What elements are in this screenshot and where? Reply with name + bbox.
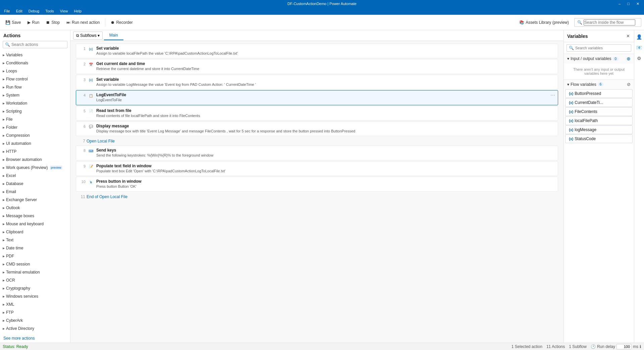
add-variable-icon[interactable]: ⊕: [627, 56, 631, 61]
menu-tools[interactable]: Tools: [43, 8, 57, 14]
action-group-ocr[interactable]: ▶OCR: [0, 276, 70, 284]
maximize-button[interactable]: □: [625, 2, 632, 6]
action-group-cyberark[interactable]: ▶CyberArk: [0, 316, 70, 325]
action-group-scripting[interactable]: ▶Scripting: [0, 107, 70, 115]
flow-step-9[interactable]: 9 📝 Populate text field in window Popula…: [76, 161, 558, 176]
close-button[interactable]: ✕: [634, 2, 641, 6]
action-group-run-flow[interactable]: ▶Run flow: [0, 83, 70, 91]
actions-search-input[interactable]: [11, 42, 65, 47]
side-icon-3[interactable]: ⚙: [636, 54, 643, 62]
flow-step-5[interactable]: 5 📄 Read text from file Read contents of…: [76, 106, 558, 121]
chevron-right-icon: ▶: [3, 271, 5, 274]
action-group-exchange-server[interactable]: ▶Exchange Server: [0, 196, 70, 204]
assets-library-button[interactable]: 📚 Assets Library (preview): [517, 19, 572, 26]
action-group-database[interactable]: ▶Database: [0, 180, 70, 188]
flow-step-3[interactable]: 3 (x) Set variable Assign to variable Lo…: [76, 75, 558, 90]
side-icon-2[interactable]: 📧: [635, 44, 643, 52]
filter-icon[interactable]: ⊘: [627, 82, 631, 87]
action-group-terminal-emulation[interactable]: ▶Terminal emulation: [0, 268, 70, 276]
save-icon: 💾: [5, 20, 10, 25]
menu-edit[interactable]: Edit: [13, 8, 25, 14]
step-type-icon: (x): [88, 46, 94, 52]
action-group-message-boxes[interactable]: ▶Message boxes: [0, 212, 70, 220]
side-icon-1[interactable]: 👤: [635, 33, 643, 41]
flow-search-input[interactable]: [584, 19, 635, 25]
subflows-button[interactable]: ⧉ Subflows ▾: [73, 32, 103, 40]
action-group-conditionals[interactable]: ▶Conditionals: [0, 59, 70, 67]
action-group-date-time[interactable]: ▶Date time: [0, 244, 70, 252]
save-button[interactable]: 💾 Save: [3, 19, 23, 26]
flow-variable-item[interactable]: {x}localFilePath: [565, 116, 633, 125]
action-group-xml[interactable]: ▶XML: [0, 300, 70, 308]
action-group-cmd-session[interactable]: ▶CMD session: [0, 260, 70, 268]
delay-value-input[interactable]: [616, 344, 632, 349]
action-group-variables[interactable]: ▶Variables: [0, 51, 70, 59]
menu-help[interactable]: Help: [71, 8, 84, 14]
step-description: Assign to variable LogMessage the value …: [96, 82, 555, 87]
step-title: Press button in window: [96, 179, 555, 184]
action-group-email[interactable]: ▶Email: [0, 188, 70, 196]
minimize-button[interactable]: –: [616, 2, 623, 6]
flow-variable-item[interactable]: {x}ButtonPressed: [565, 89, 633, 98]
menu-debug[interactable]: Debug: [26, 8, 42, 14]
step-content: Send keys Send the following keystrokes:…: [96, 148, 555, 158]
variables-search-input[interactable]: [575, 46, 629, 50]
step-description: Send the following keystrokes: %{Win}%{R…: [96, 153, 555, 158]
next-label: Run next action: [72, 20, 100, 25]
action-group-windows-services[interactable]: ▶Windows services: [0, 292, 70, 300]
flow-variable-item[interactable]: {x}CurrentDateTi...: [565, 98, 633, 107]
action-group-flow-control[interactable]: ▶Flow control: [0, 75, 70, 83]
action-group-outlook[interactable]: ▶Outlook: [0, 204, 70, 212]
group-label: Active Directory: [6, 326, 34, 331]
action-group-pdf[interactable]: ▶PDF: [0, 252, 70, 260]
recorder-button[interactable]: ⏺ Recorder: [108, 19, 135, 26]
flow-step-4[interactable]: 4 📋 LogEventToFile LogEventToFile ⋯: [76, 90, 558, 105]
group-label: OCR: [6, 278, 15, 283]
close-variables-button[interactable]: ✕: [626, 33, 631, 39]
group-label: Variables: [6, 53, 22, 57]
action-group-ftp[interactable]: ▶FTP: [0, 308, 70, 316]
action-group-loops[interactable]: ▶Loops: [0, 67, 70, 75]
action-group-text[interactable]: ▶Text: [0, 236, 70, 244]
flow-step-1[interactable]: 1 (x) Set variable Assign to variable lo…: [76, 44, 558, 58]
action-group-mouse-and-keyboard[interactable]: ▶Mouse and keyboard: [0, 220, 70, 228]
step-more-options[interactable]: ⋯: [550, 93, 555, 98]
flow-variable-item[interactable]: {x}logMessage: [565, 125, 633, 134]
flow-variable-item[interactable]: {x}StatusCode: [565, 134, 633, 143]
variables-search-container[interactable]: 🔍: [567, 44, 631, 52]
action-group-system[interactable]: ▶System: [0, 91, 70, 99]
action-group-file[interactable]: ▶File: [0, 115, 70, 123]
step-title: Populate text field in window: [96, 164, 555, 168]
see-more-actions[interactable]: See more actions: [0, 334, 70, 343]
flow-step-2[interactable]: 2 📅 Get current date and time Retrieve t…: [76, 59, 558, 74]
flow-variables-section-header[interactable]: ▾ Flow variables 6 ⊘: [564, 80, 634, 89]
action-group-clipboard[interactable]: ▶Clipboard: [0, 228, 70, 236]
action-group-http[interactable]: ▶HTTP: [0, 148, 70, 156]
run-button[interactable]: ▶ Run: [25, 19, 42, 26]
step-type-icon: 📝: [88, 164, 94, 169]
action-group-compression[interactable]: ▶Compression: [0, 131, 70, 139]
flow-step-6[interactable]: 6 💬 Display message Display message box …: [76, 121, 558, 136]
action-group-excel[interactable]: ▶Excel: [0, 172, 70, 180]
stop-button[interactable]: ⏹ Stop: [43, 19, 62, 26]
tab-main[interactable]: Main: [104, 31, 123, 40]
flow-variable-item[interactable]: {x}FileContents: [565, 107, 633, 116]
delay-info-icon[interactable]: ℹ: [640, 344, 641, 349]
flow-search[interactable]: 🔍: [574, 18, 641, 27]
menu-file[interactable]: File: [1, 8, 13, 14]
action-group-ui-automation[interactable]: ▶UI automation: [0, 139, 70, 148]
menu-view[interactable]: View: [57, 8, 71, 14]
action-group-browser-automation[interactable]: ▶Browser automation: [0, 156, 70, 164]
next-action-button[interactable]: ⏭ Run next action: [64, 19, 102, 26]
chevron-right-icon: ▶: [3, 62, 5, 65]
action-group-workstation[interactable]: ▶Workstation: [0, 99, 70, 107]
flow-step-10[interactable]: 10 🖱 Press button in window Press button…: [76, 177, 558, 191]
flow-step-8[interactable]: 8 ⌨ Send keys Send the following keystro…: [76, 145, 558, 160]
step-type-icon: 📋: [88, 93, 94, 98]
action-group-folder[interactable]: ▶Folder: [0, 123, 70, 131]
actions-search-container[interactable]: 🔍: [3, 41, 67, 48]
action-group-cryptography[interactable]: ▶Cryptography: [0, 284, 70, 292]
action-group-active-directory[interactable]: ▶Active Directory: [0, 325, 70, 333]
action-group-work-queues-(preview)[interactable]: ▶Work queues (Preview)preview: [0, 164, 70, 172]
input-output-section-header[interactable]: ▾ Input / output variables 0 ⊕: [564, 54, 634, 63]
